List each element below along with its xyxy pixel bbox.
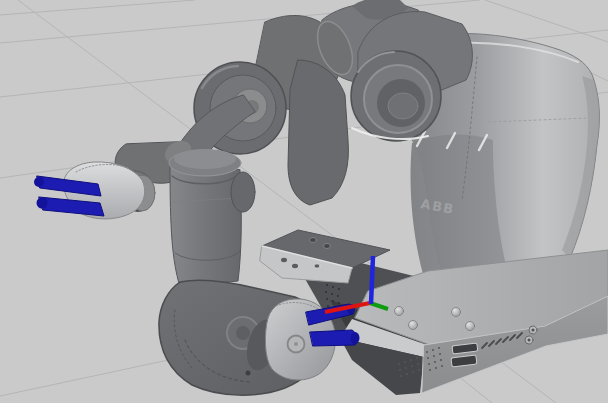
right-finger-lower xyxy=(310,330,357,346)
z-axis-blue xyxy=(371,256,373,304)
shoulder-face-core xyxy=(388,93,418,119)
left-finger-tip xyxy=(37,198,48,209)
left-finger-tip xyxy=(34,177,44,187)
right-finger-tip xyxy=(351,332,360,344)
elbow-joint-core xyxy=(236,326,250,340)
tube-side-joint xyxy=(231,172,255,212)
tube-collar-cap xyxy=(174,149,236,169)
elbow-pin-hole xyxy=(246,371,251,376)
right-hand-port-dot xyxy=(294,342,298,346)
scene-canvas[interactable]: ABB ABB xyxy=(0,0,608,403)
3d-viewport[interactable]: ABB ABB xyxy=(0,0,608,403)
